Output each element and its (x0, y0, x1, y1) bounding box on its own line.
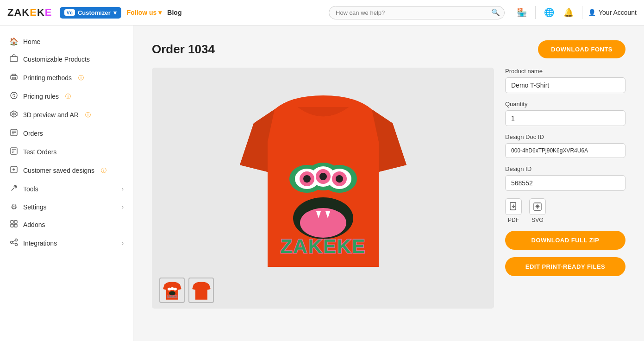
search-icon[interactable]: 🔍 (491, 8, 500, 17)
globe-icon-button[interactable]: 🌐 (541, 6, 557, 19)
sidebar-item-orders[interactable]: Orders (0, 124, 133, 143)
search-input[interactable] (329, 6, 505, 19)
edit-print-button[interactable]: EDIT PRINT-READY FILES (505, 257, 625, 276)
pdf-icon (505, 198, 522, 215)
header-divider-2 (582, 6, 582, 19)
svg-rect-2 (12, 77, 16, 79)
sidebar-item-label: Home (23, 38, 40, 45)
design-doc-id-input[interactable] (505, 143, 625, 158)
svg-point-36 (319, 173, 327, 180)
svg-download-button[interactable]: SVG (529, 198, 546, 223)
svg-rect-0 (10, 57, 18, 62)
customizer-chevron-icon: ▾ (113, 9, 117, 16)
test-orders-icon (9, 147, 19, 157)
follow-us-label: Follow us (127, 9, 157, 16)
header-divider-1 (535, 6, 536, 19)
product-name-label: Product name (505, 68, 625, 75)
follow-us-button[interactable]: Follow us ▾ (127, 9, 162, 16)
customizable-products-icon (9, 54, 19, 64)
download-zip-button[interactable]: DOWNLOAD FULL ZIP (505, 231, 625, 250)
app-header: ZAKEKE Vc Customizer ▾ Follow us ▾ Blog … (0, 0, 644, 25)
sidebar-item-3d-preview[interactable]: 3D preview and AR ⓘ (0, 106, 133, 124)
pdf-download-button[interactable]: PDF (505, 198, 522, 223)
page-header: Order 1034 DOWNLOAD FONTS (152, 40, 625, 58)
sidebar-item-label: Customer saved designs (23, 167, 94, 174)
quantity-field-group: Quantity (505, 101, 625, 126)
sidebar-item-label: Orders (23, 130, 43, 137)
main-content: Order 1034 DOWNLOAD FONTS (133, 25, 644, 341)
product-name-input[interactable] (505, 77, 625, 93)
sidebar-item-label: 3D preview and AR (23, 111, 79, 119)
blog-link[interactable]: Blog (167, 9, 181, 16)
sidebar: 🏠 Home Customizable Products Printing me… (0, 25, 133, 341)
sidebar-item-test-orders[interactable]: Test Orders (0, 143, 133, 161)
sidebar-item-tools[interactable]: Tools › (0, 180, 133, 198)
pricing-rules-icon (9, 91, 19, 101)
chevron-right-icon: › (122, 204, 124, 210)
svg-point-35 (303, 175, 311, 183)
design-id-input[interactable] (505, 175, 625, 191)
quantity-label: Quantity (505, 101, 625, 107)
sidebar-item-label: Test Orders (23, 148, 56, 156)
your-account-button[interactable]: 👤 Your Account (588, 9, 637, 16)
sidebar-item-pricing-rules[interactable]: Pricing rules ⓘ (0, 87, 133, 106)
sidebar-item-label: Pricing rules (23, 93, 59, 100)
follow-us-chevron-icon: ▾ (158, 9, 162, 16)
download-fonts-button[interactable]: DOWNLOAD FONTS (538, 40, 625, 58)
info-icon: ⓘ (101, 167, 106, 175)
header-icons: 🏪 🌐 🔔 👤 Your Account (514, 6, 637, 19)
quantity-input[interactable] (505, 110, 625, 126)
pdf-label: PDF (508, 217, 519, 223)
design-doc-id-label: Design Doc ID (505, 133, 625, 140)
svg-point-39 (300, 208, 346, 238)
sidebar-item-home[interactable]: 🏠 Home (0, 33, 133, 50)
svg-point-22 (15, 239, 18, 241)
user-icon: 👤 (588, 9, 596, 16)
sidebar-item-integrations[interactable]: Integrations › (0, 234, 133, 253)
tshirt-container: ZAKEKE (226, 82, 420, 295)
page-title: Order 1034 (152, 42, 215, 57)
sidebar-item-label: Addons (23, 221, 45, 228)
sidebar-item-label: Customizable Products (23, 56, 90, 63)
integrations-icon (9, 238, 19, 248)
svg-rect-19 (11, 224, 13, 227)
design-doc-id-field-group: Design Doc ID (505, 133, 625, 158)
page-layout: 🏠 Home Customizable Products Printing me… (0, 25, 644, 341)
vc-badge: Vc (64, 9, 75, 16)
design-id-label: Design ID (505, 165, 625, 172)
svg-point-23 (15, 244, 18, 246)
thumbnail-front[interactable]: ZAKEKE (159, 278, 185, 303)
orders-icon (9, 128, 19, 139)
svg-line-24 (13, 240, 15, 242)
content-area: ZAKEKE ZAKEKE (152, 68, 625, 309)
customizer-button[interactable]: Vc Customizer ▾ (60, 7, 121, 19)
sidebar-item-addons[interactable]: Addons (0, 215, 133, 234)
svg-point-45 (173, 287, 177, 290)
sidebar-item-label: Integrations (23, 240, 57, 247)
sidebar-item-customizable-products[interactable]: Customizable Products (0, 50, 133, 69)
your-account-label: Your Account (599, 9, 637, 16)
svg-point-21 (11, 241, 13, 244)
thumbnails-row: ZAKEKE (152, 272, 494, 309)
tools-icon (9, 184, 19, 194)
customizer-label: Customizer (78, 9, 111, 16)
product-name-field-group: Product name (505, 68, 625, 93)
svg-rect-18 (14, 221, 17, 223)
bell-icon-button[interactable]: 🔔 (561, 6, 576, 19)
sidebar-item-printing-methods[interactable]: Printing methods ⓘ (0, 69, 133, 87)
store-icon-button[interactable]: 🏪 (514, 6, 530, 19)
customer-saved-designs-icon (9, 165, 19, 176)
sidebar-item-settings[interactable]: ⚙ Settings › (0, 198, 133, 215)
download-icons-row: PDF SVG (505, 198, 625, 223)
sidebar-item-label: Settings (23, 203, 47, 211)
3d-preview-icon (9, 110, 19, 120)
svg-text:ZAKEKE: ZAKEKE (280, 235, 366, 257)
sidebar-item-label: Tools (23, 185, 38, 193)
svg-rect-17 (11, 221, 13, 223)
svg-point-37 (336, 175, 343, 183)
chevron-right-icon: › (122, 240, 124, 246)
thumbnail-back[interactable] (188, 278, 214, 303)
sidebar-item-customer-saved-designs[interactable]: Customer saved designs ⓘ (0, 161, 133, 180)
info-icon: ⓘ (65, 93, 71, 101)
tshirt-svg: ZAKEKE (226, 82, 420, 295)
